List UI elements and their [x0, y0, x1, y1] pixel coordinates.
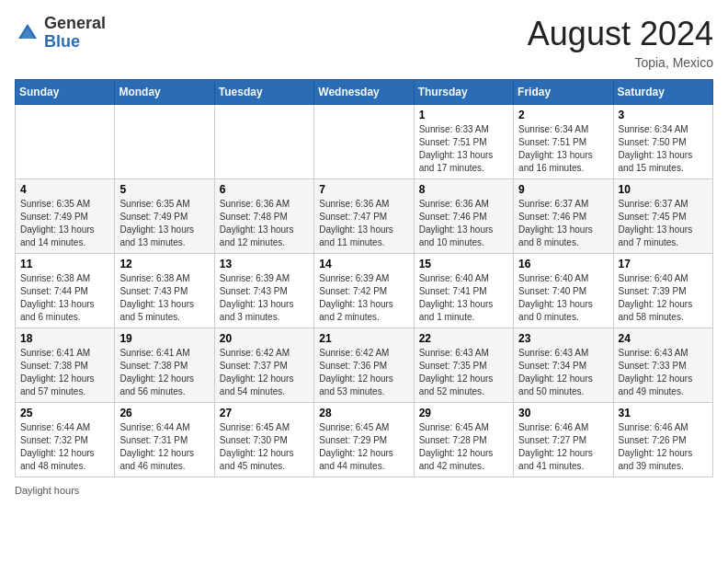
week-row-5: 25Sunrise: 6:44 AMSunset: 7:32 PMDayligh…: [16, 403, 713, 477]
header-monday: Monday: [115, 80, 214, 105]
calendar-cell: 23Sunrise: 6:43 AMSunset: 7:34 PMDayligh…: [514, 328, 613, 403]
day-info: Sunrise: 6:40 AMSunset: 7:39 PMDaylight:…: [619, 272, 708, 324]
day-number: 4: [20, 183, 109, 196]
calendar-cell: 24Sunrise: 6:43 AMSunset: 7:33 PMDayligh…: [613, 328, 712, 403]
calendar-cell: 11Sunrise: 6:38 AMSunset: 7:44 PMDayligh…: [16, 254, 115, 328]
day-number: 22: [419, 332, 508, 345]
footer: Daylight hours: [15, 485, 713, 496]
calendar-cell: 7Sunrise: 6:36 AMSunset: 7:47 PMDaylight…: [314, 179, 414, 254]
day-number: 31: [619, 407, 708, 419]
day-number: 13: [220, 258, 309, 270]
calendar-cell: 17Sunrise: 6:40 AMSunset: 7:39 PMDayligh…: [613, 254, 712, 328]
calendar-cell: 5Sunrise: 6:35 AMSunset: 7:49 PMDaylight…: [115, 179, 214, 254]
calendar-cell: 31Sunrise: 6:46 AMSunset: 7:26 PMDayligh…: [613, 403, 712, 477]
calendar-cell: 21Sunrise: 6:42 AMSunset: 7:36 PMDayligh…: [314, 328, 414, 403]
day-number: 5: [119, 183, 209, 196]
day-info: Sunrise: 6:41 AMSunset: 7:38 PMDaylight:…: [119, 347, 209, 398]
calendar-cell: 14Sunrise: 6:39 AMSunset: 7:42 PMDayligh…: [314, 254, 414, 328]
day-info: Sunrise: 6:45 AMSunset: 7:28 PMDaylight:…: [419, 421, 508, 473]
day-number: 21: [319, 332, 408, 345]
day-number: 17: [619, 258, 708, 270]
day-number: 25: [20, 407, 109, 419]
day-info: Sunrise: 6:43 AMSunset: 7:34 PMDaylight:…: [518, 347, 608, 398]
day-number: 19: [119, 332, 209, 345]
day-info: Sunrise: 6:37 AMSunset: 7:46 PMDaylight:…: [518, 198, 608, 249]
day-number: 6: [220, 183, 309, 196]
day-info: Sunrise: 6:44 AMSunset: 7:31 PMDaylight:…: [119, 421, 209, 473]
day-info: Sunrise: 6:35 AMSunset: 7:49 PMDaylight:…: [20, 198, 109, 249]
calendar-cell: 16Sunrise: 6:40 AMSunset: 7:40 PMDayligh…: [514, 254, 613, 328]
calendar-cell: 30Sunrise: 6:46 AMSunset: 7:27 PMDayligh…: [514, 403, 613, 477]
day-info: Sunrise: 6:38 AMSunset: 7:44 PMDaylight:…: [20, 272, 109, 324]
day-info: Sunrise: 6:36 AMSunset: 7:48 PMDaylight:…: [220, 198, 309, 249]
day-info: Sunrise: 6:46 AMSunset: 7:26 PMDaylight:…: [619, 421, 708, 473]
day-info: Sunrise: 6:34 AMSunset: 7:51 PMDaylight:…: [518, 123, 608, 175]
header-saturday: Saturday: [613, 80, 712, 105]
calendar-cell: 3Sunrise: 6:34 AMSunset: 7:50 PMDaylight…: [613, 105, 712, 179]
week-row-4: 18Sunrise: 6:41 AMSunset: 7:38 PMDayligh…: [16, 328, 713, 403]
calendar-cell: [16, 105, 115, 179]
week-row-3: 11Sunrise: 6:38 AMSunset: 7:44 PMDayligh…: [16, 254, 713, 328]
calendar-cell: 26Sunrise: 6:44 AMSunset: 7:31 PMDayligh…: [115, 403, 214, 477]
calendar-cell: [214, 105, 313, 179]
calendar-header-row: SundayMondayTuesdayWednesdayThursdayFrid…: [16, 80, 713, 105]
logo-blue-text: Blue: [44, 32, 80, 51]
header-wednesday: Wednesday: [314, 80, 414, 105]
header-sunday: Sunday: [16, 80, 115, 105]
day-number: 7: [319, 183, 408, 196]
day-number: 9: [518, 183, 608, 196]
month-year-title: August 2024: [528, 15, 713, 53]
day-number: 26: [119, 407, 209, 419]
day-number: 30: [518, 407, 608, 419]
day-info: Sunrise: 6:44 AMSunset: 7:32 PMDaylight:…: [20, 421, 109, 473]
day-info: Sunrise: 6:37 AMSunset: 7:45 PMDaylight:…: [619, 198, 708, 249]
day-number: 28: [319, 407, 408, 419]
logo-icon: [15, 20, 40, 46]
day-info: Sunrise: 6:42 AMSunset: 7:37 PMDaylight:…: [220, 347, 309, 398]
calendar-cell: 28Sunrise: 6:45 AMSunset: 7:29 PMDayligh…: [314, 403, 414, 477]
day-info: Sunrise: 6:36 AMSunset: 7:47 PMDaylight:…: [319, 198, 408, 249]
day-info: Sunrise: 6:36 AMSunset: 7:46 PMDaylight:…: [419, 198, 508, 249]
calendar-cell: 8Sunrise: 6:36 AMSunset: 7:46 PMDaylight…: [414, 179, 513, 254]
calendar-cell: 13Sunrise: 6:39 AMSunset: 7:43 PMDayligh…: [214, 254, 313, 328]
day-info: Sunrise: 6:45 AMSunset: 7:29 PMDaylight:…: [319, 421, 408, 473]
header-tuesday: Tuesday: [214, 80, 313, 105]
day-info: Sunrise: 6:40 AMSunset: 7:40 PMDaylight:…: [518, 272, 608, 324]
calendar-cell: 10Sunrise: 6:37 AMSunset: 7:45 PMDayligh…: [613, 179, 712, 254]
day-number: 3: [619, 109, 708, 121]
day-info: Sunrise: 6:43 AMSunset: 7:35 PMDaylight:…: [419, 347, 508, 398]
calendar-cell: 19Sunrise: 6:41 AMSunset: 7:38 PMDayligh…: [115, 328, 214, 403]
day-number: 27: [220, 407, 309, 419]
day-number: 20: [220, 332, 309, 345]
calendar-cell: 22Sunrise: 6:43 AMSunset: 7:35 PMDayligh…: [414, 328, 513, 403]
day-number: 10: [619, 183, 708, 196]
day-info: Sunrise: 6:39 AMSunset: 7:42 PMDaylight:…: [319, 272, 408, 324]
day-info: Sunrise: 6:33 AMSunset: 7:51 PMDaylight:…: [419, 123, 508, 175]
calendar-cell: 6Sunrise: 6:36 AMSunset: 7:48 PMDaylight…: [214, 179, 313, 254]
calendar-table: SundayMondayTuesdayWednesdayThursdayFrid…: [15, 79, 713, 477]
logo: General Blue: [15, 15, 106, 52]
header-friday: Friday: [514, 80, 613, 105]
calendar-cell: 20Sunrise: 6:42 AMSunset: 7:37 PMDayligh…: [214, 328, 313, 403]
header-thursday: Thursday: [414, 80, 513, 105]
page-header: General Blue August 2024 Topia, Mexico: [15, 15, 713, 70]
calendar-cell: 1Sunrise: 6:33 AMSunset: 7:51 PMDaylight…: [414, 105, 513, 179]
location-text: Topia, Mexico: [528, 55, 713, 70]
day-number: 2: [518, 109, 608, 121]
day-number: 23: [518, 332, 608, 345]
calendar-cell: [314, 105, 414, 179]
calendar-cell: 25Sunrise: 6:44 AMSunset: 7:32 PMDayligh…: [16, 403, 115, 477]
daylight-label: Daylight hours: [15, 485, 79, 496]
day-info: Sunrise: 6:35 AMSunset: 7:49 PMDaylight:…: [119, 198, 209, 249]
day-info: Sunrise: 6:45 AMSunset: 7:30 PMDaylight:…: [220, 421, 309, 473]
day-info: Sunrise: 6:42 AMSunset: 7:36 PMDaylight:…: [319, 347, 408, 398]
logo-general-text: General: [44, 14, 106, 32]
day-info: Sunrise: 6:38 AMSunset: 7:43 PMDaylight:…: [119, 272, 209, 324]
day-number: 16: [518, 258, 608, 270]
calendar-cell: 27Sunrise: 6:45 AMSunset: 7:30 PMDayligh…: [214, 403, 313, 477]
week-row-2: 4Sunrise: 6:35 AMSunset: 7:49 PMDaylight…: [16, 179, 713, 254]
day-number: 14: [319, 258, 408, 270]
day-number: 12: [119, 258, 209, 270]
day-info: Sunrise: 6:39 AMSunset: 7:43 PMDaylight:…: [220, 272, 309, 324]
day-number: 18: [20, 332, 109, 345]
